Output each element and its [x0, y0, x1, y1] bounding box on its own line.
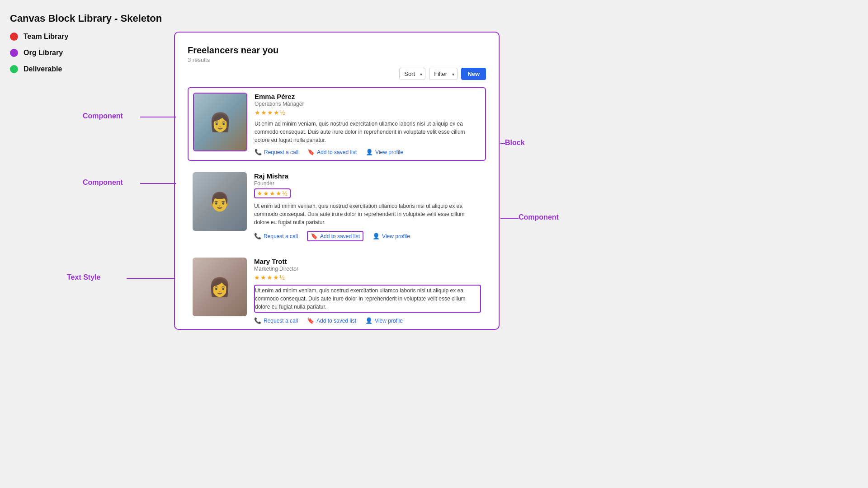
legend-org-library: Org Library — [10, 49, 68, 57]
annotation-component2: Component — [83, 178, 123, 187]
emma-image-wrapper: 👩 — [193, 93, 247, 151]
raj-avatar: 👨 — [193, 172, 247, 231]
component2-label: Component — [83, 178, 123, 186]
phone-icon-raj: 📞 — [254, 233, 261, 239]
annotation-component3: Component — [519, 213, 559, 221]
block-line — [500, 143, 505, 144]
mary-request-call[interactable]: 📞 Request a call — [254, 317, 298, 324]
block-subtitle: 3 results — [188, 56, 486, 63]
emma-description: Ut enim ad minim veniam, quis nostrud ex… — [255, 120, 481, 144]
mary-stars: ★★★★½ — [254, 274, 481, 281]
raj-stars-highlight: ★★★★½ — [254, 188, 291, 198]
raj-name: Raj Mishra — [254, 172, 481, 180]
bookmark-icon: 🔖 — [307, 149, 315, 155]
emma-actions: 📞 Request a call 🔖 Add to saved list 👤 V… — [255, 149, 481, 155]
card-mary: 👩 Mary Trott Marketing Director ★★★★½ Ut… — [188, 253, 486, 329]
raj-view-profile[interactable]: 👤 View profile — [373, 233, 410, 239]
sort-wrapper: Sort — [399, 68, 425, 80]
deliverable-dot — [10, 65, 18, 73]
phone-icon-mary: 📞 — [254, 317, 261, 324]
mary-description: Ut enim ad minim veniam, quis nostrud ex… — [254, 285, 481, 313]
mary-body: Mary Trott Marketing Director ★★★★½ Ut e… — [254, 258, 481, 324]
team-library-dot — [10, 33, 18, 41]
raj-add-saved[interactable]: 🔖 Add to saved list — [307, 231, 363, 241]
component1-line — [140, 117, 176, 117]
team-library-label: Team Library — [24, 33, 68, 41]
deliverable-label: Deliverable — [24, 65, 62, 73]
text-style-line — [127, 278, 174, 279]
emma-avatar: 👩 — [194, 94, 246, 150]
component1-label: Component — [83, 112, 123, 120]
new-button[interactable]: New — [461, 68, 486, 80]
person-icon: 👤 — [366, 149, 373, 155]
block-header: Freelancers near you 3 results Sort Filt… — [188, 45, 486, 80]
mary-view-profile[interactable]: 👤 View profile — [365, 317, 403, 324]
emma-name: Emma Pérez — [255, 93, 481, 100]
legend-team-library: Team Library — [10, 33, 68, 41]
raj-body: Raj Mishra Founder ★★★★½ Ut enim ad mini… — [254, 172, 481, 241]
text-style-label: Text Style — [67, 273, 100, 281]
raj-image-wrapper: 👨 — [193, 172, 247, 231]
raj-stars: ★★★★½ — [254, 188, 481, 198]
emma-role: Operations Manager — [255, 101, 481, 107]
mary-role: Marketing Director — [254, 266, 481, 272]
mary-image-wrapper: 👩 — [193, 258, 247, 316]
legend: Team Library Org Library Deliverable — [10, 33, 68, 73]
block-container: Freelancers near you 3 results Sort Filt… — [174, 32, 500, 330]
legend-deliverable: Deliverable — [10, 65, 68, 73]
annotation-text-style: Text Style — [67, 273, 100, 282]
raj-actions: 📞 Request a call 🔖 Add to saved list 👤 V… — [254, 231, 481, 241]
annotation-component1: Component — [83, 112, 123, 120]
person-icon-mary: 👤 — [365, 317, 373, 324]
mary-add-saved[interactable]: 🔖 Add to saved list — [307, 317, 356, 324]
mary-name: Mary Trott — [254, 258, 481, 265]
filter-wrapper: Filter — [429, 68, 458, 80]
toolbar: Sort Filter New — [188, 68, 486, 80]
emma-body: Emma Pérez Operations Manager ★★★★½ Ut e… — [255, 93, 481, 155]
cards-list: 👩 Emma Pérez Operations Manager ★★★★½ Ut… — [188, 87, 486, 329]
org-library-dot — [10, 49, 18, 57]
raj-role: Founder — [254, 180, 481, 187]
person-icon-raj: 👤 — [373, 233, 380, 239]
emma-view-profile[interactable]: 👤 View profile — [366, 149, 403, 155]
raj-request-call[interactable]: 📞 Request a call — [254, 233, 298, 239]
org-library-label: Org Library — [24, 49, 63, 57]
emma-add-saved[interactable]: 🔖 Add to saved list — [307, 149, 357, 155]
page-title: Canvas Block Library - Skeleton — [10, 13, 162, 24]
filter-select[interactable]: Filter — [429, 68, 458, 80]
phone-icon: 📞 — [255, 149, 262, 155]
component3-label: Component — [519, 213, 559, 221]
card-emma: 👩 Emma Pérez Operations Manager ★★★★½ Ut… — [188, 87, 486, 161]
annotation-block: Block — [505, 139, 525, 147]
bookmark-icon-raj: 🔖 — [311, 233, 318, 239]
emma-request-call[interactable]: 📞 Request a call — [255, 149, 298, 155]
bookmark-icon-mary: 🔖 — [307, 317, 314, 324]
emma-stars: ★★★★½ — [255, 109, 481, 116]
component3-line — [500, 218, 519, 219]
mary-actions: 📞 Request a call 🔖 Add to saved list 👤 V… — [254, 317, 481, 324]
block-title: Freelancers near you — [188, 45, 486, 56]
card-raj: 👨 Raj Mishra Founder ★★★★½ Ut enim ad mi… — [188, 167, 486, 246]
sort-select[interactable]: Sort — [399, 68, 425, 80]
component2-line — [140, 183, 176, 184]
raj-description: Ut enim ad minim veniam, quis nostrud ex… — [254, 202, 481, 226]
block-label: Block — [505, 139, 525, 146]
mary-avatar: 👩 — [193, 258, 247, 316]
